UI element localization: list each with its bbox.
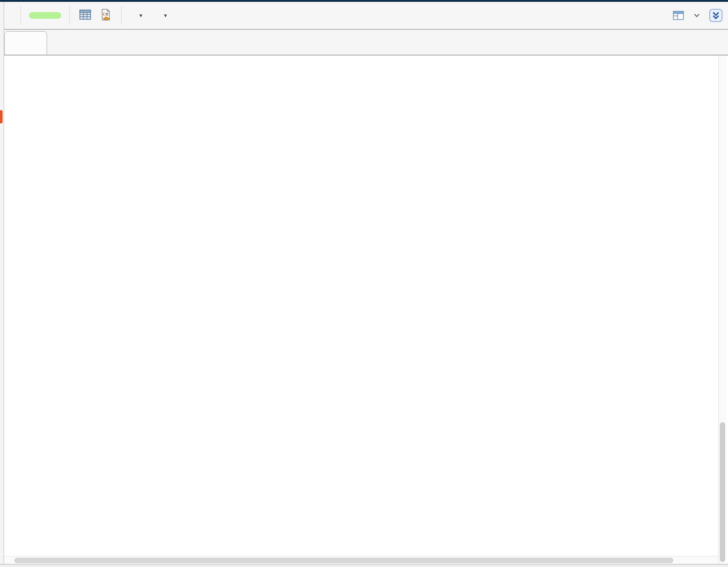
logs-menu[interactable]: ▼ (159, 13, 168, 18)
separator (21, 6, 21, 25)
normal-mode-button[interactable] (29, 12, 61, 19)
separator (69, 6, 70, 25)
topbar-right-icons (672, 8, 728, 22)
script-icon[interactable] (99, 8, 112, 21)
horizontal-scrollbar-thumb[interactable] (14, 558, 673, 563)
vertical-scrollbar[interactable] (718, 55, 727, 564)
separator (121, 6, 122, 25)
map-canvas[interactable] (4, 55, 728, 567)
caret-down-icon: ▼ (163, 13, 168, 18)
bottom-clipped-strip (0, 564, 728, 567)
chevron-down-icon[interactable] (692, 11, 702, 20)
left-gutter (0, 2, 4, 567)
topbar-icon-group (75, 8, 116, 23)
poll-menu[interactable]: ▼ (135, 13, 143, 18)
gutter-marker (0, 110, 3, 123)
caret-down-icon: ▼ (138, 13, 143, 18)
horizontal-scrollbar[interactable] (4, 556, 719, 565)
columns-icon[interactable] (672, 9, 685, 22)
top-bar: ▼ ▼ (0, 0, 728, 30)
collapse-all-icon[interactable] (709, 8, 723, 22)
table-icon[interactable] (79, 8, 92, 21)
tab-bar (0, 30, 728, 55)
tab-map[interactable] (4, 31, 47, 55)
vertical-scrollbar-thumb[interactable] (720, 422, 725, 562)
